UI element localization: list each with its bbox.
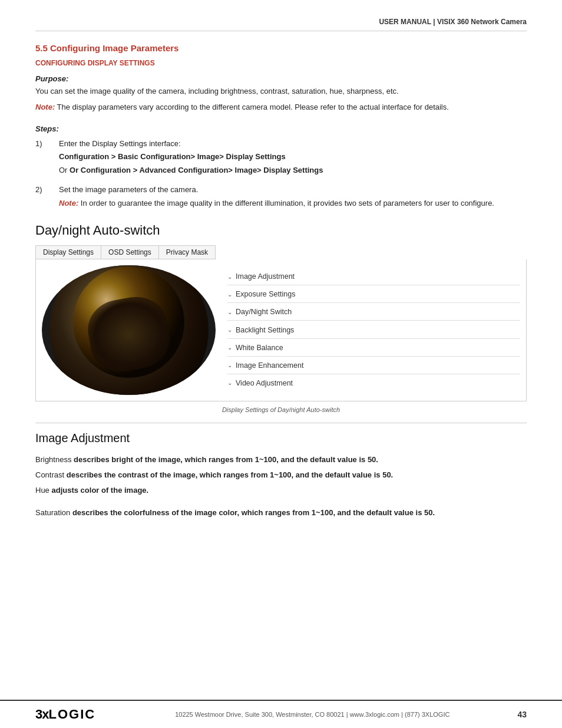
hr-divider [35,423,527,423]
steps-list: 1) Enter the Display Settings interface:… [35,138,527,211]
settings-item-exposure-settings[interactable]: ⌄ Exposure Settings [227,286,520,303]
step-1: 1) Enter the Display Settings interface:… [35,138,527,178]
logo-logic: LOGIC [48,707,95,722]
settings-item-label-5: White Balance [236,344,283,352]
steps-label: Steps: [35,124,527,133]
chevron-icon-1: ⌄ [227,274,232,280]
step-2-content: Set the image parameters of the camera. … [59,184,527,211]
step-2-line1: Set the image parameters of the camera. [59,184,527,196]
contrast-line: Contrast describes the contrast of the i… [35,469,527,482]
note-content: The display parameters vary according to… [55,103,449,111]
footer-page-number: 43 [517,710,527,719]
settings-item-video-adjustment[interactable]: ⌄ Video Adjustment [227,375,520,391]
page-footer: 3xLOGIC 10225 Westmoor Drive, Suite 300,… [0,700,562,728]
settings-item-label-1: Image Adjustment [236,272,295,281]
step-1-line3: Or Configuration > Advanced Configuratio… [70,166,323,174]
saturation-line: Saturation describes the colorfulness of… [35,506,527,519]
purpose-label: Purpose: [35,74,527,83]
header-bold: VISIX 360 Network Camera [437,18,527,26]
brightness-bold: describes bright of the image, which ran… [74,455,378,464]
settings-item-white-balance[interactable]: ⌄ White Balance [227,340,520,357]
step-2-note: Note: In order to guarantee the image qu… [59,197,527,210]
chevron-icon-6: ⌄ [227,362,232,368]
tab-osd-settings[interactable]: OSD Settings [101,246,159,259]
footer-contact: 10225 Westmoor Drive, Suite 300, Westmin… [107,711,517,718]
step-1-line2: Configuration > Basic Configuration> Ima… [59,151,527,163]
logo-3x: 3x [35,707,48,722]
settings-panel: ⌄ Image Adjustment ⌄ Exposure Settings ⌄… [35,259,527,401]
step-1-num: 1) [35,138,59,178]
saturation-normal: Saturation [35,508,72,517]
step-2-num: 2) [35,184,59,211]
fisheye-circle [49,265,209,395]
image-adjustment-heading: Image Adjustment [35,431,527,445]
chevron-icon-3: ⌄ [227,309,232,315]
hue-normal: Hue [35,486,51,495]
sub-title: CONFIGURING DISPLAY SETTINGS [35,59,527,67]
settings-item-label-7: Video Adjustment [236,379,293,387]
settings-list: ⌄ Image Adjustment ⌄ Exposure Settings ⌄… [227,265,520,395]
daynight-heading: Day/night Auto-switch [35,223,527,238]
chevron-icon-4: ⌄ [227,327,232,333]
saturation-bold: describes the colorfulness of the image … [72,508,435,517]
section-title: 5.5 Configuring Image Parameters [35,43,527,53]
chevron-icon-2: ⌄ [227,291,232,298]
chevron-icon-7: ⌄ [227,380,232,386]
page-header: USER MANUAL | VISIX 360 Network Camera [35,18,527,31]
footer-logo: 3xLOGIC [35,707,95,722]
step-2-note-label: Note: [59,199,78,207]
settings-item-image-enhancement[interactable]: ⌄ Image Enhancement [227,357,520,374]
note-label: Note: [35,103,55,111]
step-2-note-text: In order to guarantee the image quality … [78,199,494,207]
settings-item-backlight-settings[interactable]: ⌄ Backlight Settings [227,322,520,339]
step-2: 2) Set the image parameters of the camer… [35,184,527,211]
settings-item-label-6: Image Enhancement [236,361,303,370]
chevron-icon-5: ⌄ [227,344,232,351]
camera-fisheye-image [42,265,216,395]
page-wrapper: USER MANUAL | VISIX 360 Network Camera 5… [0,0,562,728]
settings-item-day-night-switch[interactable]: ⌄ Day/Night Switch [227,304,520,321]
purpose-text: You can set the image quality of the cam… [35,85,527,98]
settings-item-label-4: Backlight Settings [236,326,294,334]
hue-line: Hue adjusts color of the image. [35,484,527,497]
contrast-normal: Contrast [35,470,67,479]
contrast-bold: describes the contrast of the image, whi… [67,470,393,479]
tab-display-settings[interactable]: Display Settings [36,246,101,259]
brightness-line: Brightness describes bright of the image… [35,453,527,466]
header-text: USER MANUAL | [379,18,437,26]
step-1-line1: Enter the Display Settings interface: [59,138,527,150]
step-1-content: Enter the Display Settings interface: Co… [59,138,527,178]
brightness-normal: Brightness [35,455,74,464]
hue-bold: adjusts color of the image. [51,486,148,495]
note-text: Note: The display parameters vary accord… [35,101,527,114]
settings-item-label-3: Day/Night Switch [236,308,292,316]
step-1-line3-or: Or Or Configuration > Advanced Configura… [59,164,527,177]
caption: Display Settings of Day/night Auto-switc… [35,406,527,413]
settings-item-label-2: Exposure Settings [236,290,295,298]
tabs-bar: Display Settings OSD Settings Privacy Ma… [35,245,216,259]
tab-privacy-mask[interactable]: Privacy Mask [159,246,215,259]
settings-item-image-adjustment[interactable]: ⌄ Image Adjustment [227,268,520,285]
